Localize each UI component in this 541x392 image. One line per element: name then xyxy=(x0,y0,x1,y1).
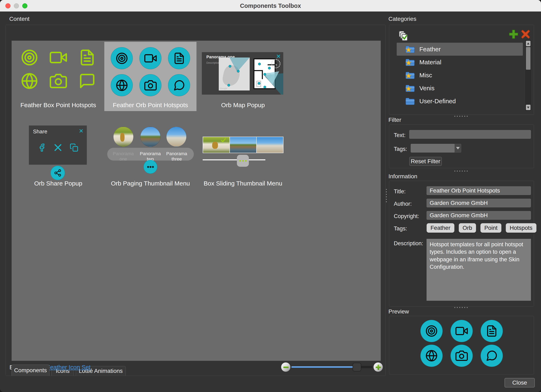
filter-text-label: Text: xyxy=(394,132,406,139)
zoom-out-button[interactable] xyxy=(281,362,291,372)
category-label: Misc xyxy=(419,72,432,79)
splitter-handle[interactable] xyxy=(454,115,469,117)
tag-pill-feather[interactable]: Feather xyxy=(427,223,454,233)
scroll-up-button[interactable] xyxy=(526,41,531,46)
category-item-feather[interactable]: Feather xyxy=(397,43,523,56)
panorama-thumb-two xyxy=(140,127,160,147)
add-category-button[interactable] xyxy=(508,29,519,39)
scrollbar-thumb[interactable] xyxy=(526,47,531,70)
preview-section-label: Preview xyxy=(388,308,409,315)
file-text-icon xyxy=(173,52,185,65)
orb-camera xyxy=(451,345,473,367)
orb-target xyxy=(111,47,133,69)
component-tile-orb-paging-thumbnail-menu[interactable]: Panorama one Panorama two Panorama three… xyxy=(104,120,197,189)
category-item-user-defined[interactable]: User-Defined xyxy=(397,95,523,108)
compass-icon xyxy=(271,59,280,68)
delete-category-button[interactable] xyxy=(520,29,531,39)
slider-handle[interactable] xyxy=(353,363,361,371)
components-toolbox-window: Components Toolbox Content Components Ic… xyxy=(0,0,541,392)
orb-target xyxy=(420,320,443,342)
category-label: Material xyxy=(419,59,442,66)
minimize-window-button[interactable] xyxy=(14,3,19,8)
video-icon xyxy=(50,49,67,66)
panorama-thumb-label: Panorama three xyxy=(162,151,191,162)
floorplan-hotspot-dot xyxy=(264,86,266,88)
panorama-thumb-three xyxy=(166,127,186,147)
component-tile-orb-map-popup[interactable]: Panorama one Description of Panorama one… xyxy=(197,42,289,111)
title-label: Title: xyxy=(394,188,406,195)
category-label: Feather xyxy=(419,46,441,53)
title-input[interactable] xyxy=(427,186,531,195)
folder-star-icon xyxy=(405,84,415,92)
x-logo-icon xyxy=(54,143,62,152)
component-tile-orb-share-popup[interactable]: Share Orb Share Popup xyxy=(12,120,104,189)
message-circle-icon xyxy=(173,79,185,92)
close-icon xyxy=(79,129,83,133)
select-all-categories-icon[interactable] xyxy=(397,30,409,42)
category-label: User-Defined xyxy=(419,98,456,105)
copy-icon xyxy=(70,143,78,152)
preview-group-box xyxy=(389,316,534,375)
plus-icon-vertical xyxy=(378,365,379,370)
copyright-input[interactable] xyxy=(427,211,531,220)
floorplan-wall xyxy=(255,70,263,71)
orb-message-circle xyxy=(168,74,190,96)
facebook-icon xyxy=(37,143,46,152)
panorama-thumb-label: Panorama one xyxy=(109,151,138,162)
component-tile-feather-box-point-hotspots[interactable]: Feather Box Point Hotspots xyxy=(12,42,104,111)
category-item-venis[interactable]: Venis xyxy=(397,82,523,95)
category-label: Venis xyxy=(419,85,434,92)
message-circle-icon xyxy=(485,350,498,362)
scroll-down-button[interactable] xyxy=(526,105,531,110)
tags-dropdown-button[interactable] xyxy=(454,144,461,153)
component-label: Orb Paging Thumbnail Menu xyxy=(104,180,197,187)
target-icon xyxy=(21,49,38,66)
orb-video xyxy=(139,47,161,69)
tab-components[interactable]: Components xyxy=(11,365,49,376)
target-icon xyxy=(425,325,438,337)
floorplan-hotspot-dot xyxy=(258,63,261,65)
component-tile-box-sliding-thumbnail-menu[interactable]: Box Sliding Thumbnail Menu xyxy=(197,120,289,189)
component-tile-feather-orb-point-hotspots[interactable]: Feather Orb Point Hotspots xyxy=(104,42,197,111)
author-input[interactable] xyxy=(427,199,531,207)
orb-file-text xyxy=(168,47,190,69)
component-label: Orb Share Popup xyxy=(12,180,104,187)
filter-text-input[interactable] xyxy=(409,130,531,139)
copyright-label: Copyright: xyxy=(394,213,419,220)
description-textarea[interactable]: Hotspot templates for all point hotspot … xyxy=(427,239,531,301)
scroll-line xyxy=(203,159,265,160)
minimap: Google xyxy=(219,57,250,90)
category-item-misc[interactable]: Misc xyxy=(397,69,523,82)
share-orb-icon xyxy=(51,166,65,180)
splitter-handle[interactable] xyxy=(454,170,469,172)
zoom-in-button[interactable] xyxy=(373,362,383,372)
categories-scrollbar[interactable] xyxy=(525,40,531,111)
close-window-button[interactable] xyxy=(5,3,10,8)
tag-pill-point[interactable]: Point xyxy=(480,223,501,233)
feather-icon-set-link[interactable]: Feather Icon Set xyxy=(46,364,90,371)
description-label: Description: xyxy=(394,240,423,247)
close-button[interactable]: Close xyxy=(505,378,535,387)
category-item-material[interactable]: Material xyxy=(397,56,523,69)
vertical-splitter-handle[interactable] xyxy=(385,188,387,204)
filter-tags-combobox[interactable] xyxy=(411,144,454,153)
sliding-thumbnail-strip xyxy=(203,137,283,153)
splitter-handle[interactable] xyxy=(454,307,469,308)
file-text-icon xyxy=(485,325,498,337)
thumbnail-size-slider[interactable] xyxy=(291,366,372,368)
tag-pill-hotspots[interactable]: Hotspots xyxy=(506,223,536,233)
camera-icon xyxy=(455,350,468,362)
share-2-icon xyxy=(54,169,62,177)
content-group-box: Components Icons Lottie Animations Feath… xyxy=(5,25,385,376)
map-attribution: Google xyxy=(220,87,227,90)
component-label: Feather Box Point Hotspots xyxy=(12,102,104,109)
reset-filter-button[interactable]: Reset Filter xyxy=(409,157,442,166)
component-label: Box Sliding Thumbnail Menu xyxy=(197,180,289,187)
categories-section-label: Categories xyxy=(388,16,416,22)
floorplan-hotspot-dot xyxy=(268,67,271,69)
minus-icon xyxy=(283,366,289,368)
zoom-window-button[interactable] xyxy=(22,3,27,8)
map-hotspot-dot xyxy=(227,84,230,87)
globe-icon xyxy=(425,350,438,362)
tag-pill-orb[interactable]: Orb xyxy=(459,223,476,233)
